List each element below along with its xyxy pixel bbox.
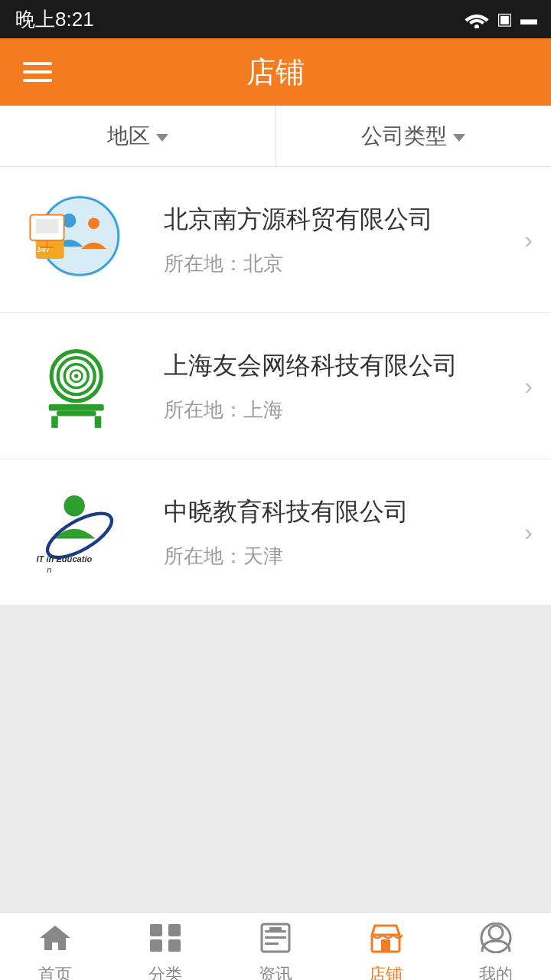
nav-store[interactable]: 店铺 xyxy=(331,923,441,980)
store-info-2: 上海友会网络科技有限公司 所在地：上海 xyxy=(164,349,517,423)
svg-text:IT in Educatio: IT in Educatio xyxy=(36,554,92,564)
store-item-2[interactable]: 上海友会网络科技有限公司 所在地：上海 › xyxy=(0,313,551,459)
store-name-2: 上海友会网络科技有限公司 xyxy=(164,349,517,383)
svg-rect-19 xyxy=(95,416,102,427)
nav-news[interactable]: 资讯 xyxy=(220,923,331,980)
svg-rect-32 xyxy=(269,927,282,932)
svg-point-35 xyxy=(489,926,503,939)
chevron-icon-1: › xyxy=(524,226,533,254)
svg-point-4 xyxy=(88,217,99,229)
svg-point-15 xyxy=(74,374,78,378)
filter-region-arrow xyxy=(156,134,168,142)
nav-user-label: 我的 xyxy=(479,963,513,980)
svg-rect-27 xyxy=(168,939,181,952)
store-name-3: 中晓教育科技有限公司 xyxy=(164,495,517,529)
store-location-3: 所在地：天津 xyxy=(164,543,517,570)
wifi-icon xyxy=(465,10,489,28)
store-location-1: 所在地：北京 xyxy=(164,250,517,277)
home-icon xyxy=(38,923,72,959)
page-title: 店铺 xyxy=(246,53,305,92)
svg-rect-26 xyxy=(150,939,162,952)
svg-text:n: n xyxy=(47,565,51,574)
filter-region[interactable]: 地区 xyxy=(0,106,276,166)
filter-company-type[interactable]: 公司类型 xyxy=(276,106,552,166)
nav-home-label: 首页 xyxy=(38,963,72,980)
nav-category-label: 分类 xyxy=(148,963,182,980)
svg-rect-16 xyxy=(49,404,104,411)
svg-rect-25 xyxy=(168,924,181,936)
store-logo-3: IT in Educatio n xyxy=(18,482,141,582)
user-icon xyxy=(479,923,513,959)
signal-icon: ▣ xyxy=(497,9,513,29)
header: 店铺 xyxy=(0,38,551,106)
status-time: 晚上8:21 xyxy=(15,6,94,33)
nav-home[interactable]: 首页 xyxy=(0,923,110,980)
chevron-icon-3: › xyxy=(524,518,533,547)
filter-bar: 地区 公司类型 xyxy=(0,106,551,167)
store-location-2: 所在地：上海 xyxy=(164,397,517,423)
grey-area xyxy=(0,606,551,912)
svg-point-20 xyxy=(64,495,84,516)
status-icons: ▣ ▬ xyxy=(465,9,536,29)
nav-store-label: 店铺 xyxy=(369,963,403,980)
store-info-1: 北京南方源科贸有限公司 所在地：北京 xyxy=(164,203,517,277)
store-name-1: 北京南方源科贸有限公司 xyxy=(164,203,517,237)
nav-category[interactable]: 分类 xyxy=(110,923,220,980)
svg-rect-31 xyxy=(265,942,279,945)
store-item-3[interactable]: IT in Educatio n 中晓教育科技有限公司 所在地：天津 › xyxy=(0,459,551,606)
store-icon xyxy=(369,923,403,959)
svg-point-36 xyxy=(481,923,510,952)
svg-text:24/7: 24/7 xyxy=(37,246,51,253)
svg-rect-17 xyxy=(57,411,96,416)
svg-rect-8 xyxy=(36,219,59,233)
filter-company-type-label: 公司类型 xyxy=(361,122,447,151)
filter-company-type-arrow xyxy=(453,134,465,142)
store-logo-2 xyxy=(18,336,141,436)
store-logo-1: 24/7 xyxy=(18,190,141,289)
nav-news-label: 资讯 xyxy=(259,963,292,980)
status-bar: 晚上8:21 ▣ ▬ xyxy=(0,0,551,38)
svg-rect-24 xyxy=(150,924,162,936)
store-info-3: 中晓教育科技有限公司 所在地：天津 xyxy=(164,495,517,570)
battery-icon: ▬ xyxy=(520,9,536,29)
svg-rect-34 xyxy=(381,939,390,952)
bottom-nav: 首页 分类 资讯 xyxy=(0,912,551,980)
menu-button[interactable] xyxy=(23,62,52,82)
store-list: 24/7 北京南方源科贸有限公司 所在地：北京 › xyxy=(0,167,551,606)
svg-rect-18 xyxy=(51,416,58,427)
store-item-1[interactable]: 24/7 北京南方源科贸有限公司 所在地：北京 › xyxy=(0,167,551,313)
svg-point-0 xyxy=(474,24,479,28)
news-icon xyxy=(259,923,292,959)
filter-region-label: 地区 xyxy=(107,122,150,151)
nav-user[interactable]: 我的 xyxy=(441,923,551,980)
category-icon xyxy=(148,923,182,959)
chevron-icon-2: › xyxy=(524,372,533,400)
svg-rect-30 xyxy=(265,936,286,939)
